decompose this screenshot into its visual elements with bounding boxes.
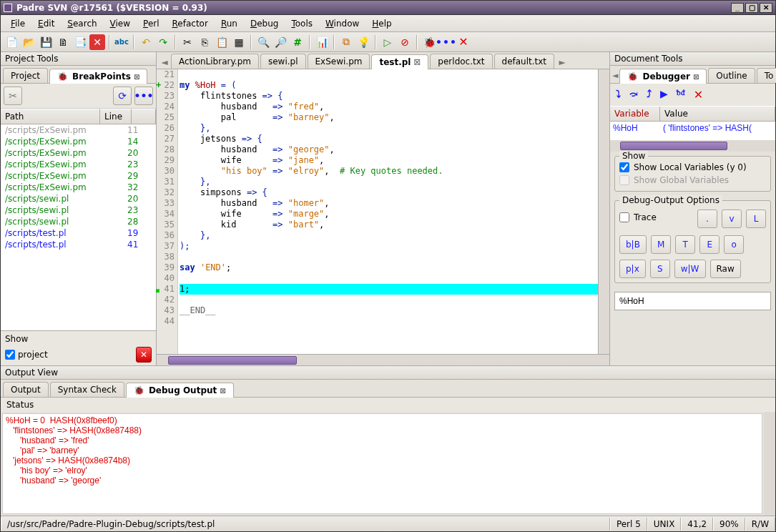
menu-refactor[interactable]: Refactor xyxy=(167,17,214,30)
minimize-button[interactable]: _ xyxy=(731,3,744,13)
debug-btn-E[interactable]: E xyxy=(699,235,719,254)
menu-window[interactable]: Window xyxy=(320,17,365,30)
breakpoint-row[interactable]: /scripts/ExSewi.pm29 xyxy=(1,170,156,182)
maximize-button[interactable]: ▢ xyxy=(745,3,758,13)
menu-search[interactable]: Search xyxy=(62,17,102,30)
col-line[interactable]: Line xyxy=(100,109,132,124)
editor-vscrollbar[interactable] xyxy=(598,69,609,354)
tabs-left-arrow[interactable]: ◄ xyxy=(612,68,618,83)
bookmark-icon[interactable]: ⧉ xyxy=(338,34,354,50)
cut-icon[interactable]: ✂ xyxy=(180,34,195,50)
breakpoint-row[interactable]: /scripts/ExSewi.pm20 xyxy=(1,147,156,159)
find-icon[interactable]: 🔍 xyxy=(255,34,271,50)
file-tab-default-txt[interactable]: default.txt xyxy=(494,54,555,69)
menu-run[interactable]: Run xyxy=(215,17,243,30)
debug-btn-T[interactable]: T xyxy=(675,235,695,254)
replace-icon[interactable]: 🔎 xyxy=(272,34,288,50)
scrollbar-thumb[interactable] xyxy=(168,356,297,365)
editor[interactable]: 2122232425262728293031323334353637383940… xyxy=(157,69,609,354)
save-as-icon[interactable]: 🗎 xyxy=(55,34,71,50)
tab-project[interactable]: Project xyxy=(3,68,48,83)
debug-btn-wW[interactable]: w|W xyxy=(674,260,706,278)
file-tab-perldoc-txt[interactable]: perldoc.txt xyxy=(430,54,492,69)
tab-breakpoints[interactable]: 🐞 BreakPoints ⊠ xyxy=(49,69,147,84)
col-variable[interactable]: Variable xyxy=(610,107,660,121)
close-icon[interactable]: ⊠ xyxy=(220,387,225,395)
output-tab-syntax-check[interactable]: Syntax Check xyxy=(50,382,124,397)
file-tab-test-pl[interactable]: test.pl ⊠ xyxy=(371,54,428,69)
trace-checkbox[interactable] xyxy=(619,212,629,222)
col-extra[interactable] xyxy=(132,109,156,124)
tab-outline[interactable]: Outline xyxy=(708,68,755,83)
close-icon[interactable]: ⊠ xyxy=(134,73,139,81)
tabs-left-arrow[interactable]: ◄ xyxy=(158,56,171,69)
debug-btn-v[interactable]: v xyxy=(722,210,742,228)
tab-extra[interactable]: To xyxy=(757,68,776,83)
breakpoint-row[interactable]: /scripts/sewi.pl28 xyxy=(1,216,156,227)
debug-btn-L[interactable]: L xyxy=(746,210,766,228)
refresh-button[interactable]: ⟳ xyxy=(113,87,132,105)
output-tab-output[interactable]: Output xyxy=(3,382,49,397)
menu-view[interactable]: View xyxy=(104,17,136,30)
breakpoint-row[interactable]: /scripts/ExSewi.pm23 xyxy=(1,159,156,170)
variable-row[interactable]: %HoH ( 'flintstones' => HASH( xyxy=(610,122,775,140)
code-area[interactable]: my %HoH = ( flintstones => { husband => … xyxy=(178,69,598,354)
col-value[interactable]: Value xyxy=(660,107,775,121)
run-icon[interactable]: ▶ xyxy=(660,88,668,102)
file-tab-ExSewi-pm[interactable]: ExSewi.pm xyxy=(308,54,370,69)
file-tab-ActionLibrary-pm[interactable]: ActionLibrary.pm xyxy=(171,54,259,69)
spellcheck-icon[interactable]: abc xyxy=(114,34,129,50)
undo-icon[interactable]: ↶ xyxy=(138,34,154,50)
breakpoint-row[interactable]: /scripts/sewi.pl20 xyxy=(1,193,156,205)
dots-button[interactable]: ••• xyxy=(134,87,153,105)
show-value-icon[interactable]: ᵬᵭ xyxy=(677,88,685,102)
debug-btn-bB[interactable]: b|B xyxy=(619,235,647,254)
output-tab-debug-output[interactable]: 🐞 Debug Output ⊠ xyxy=(126,383,234,398)
close-button[interactable]: ✕ xyxy=(760,3,772,13)
trace-row[interactable]: Trace .vL xyxy=(619,205,766,230)
col-path[interactable]: Path xyxy=(1,109,100,124)
debug-btn-Raw[interactable]: Raw xyxy=(710,260,741,278)
show-local-row[interactable]: Show Local Variables (y 0) xyxy=(619,161,766,174)
show-project-checkbox[interactable] xyxy=(5,350,15,360)
menu-debug[interactable]: Debug xyxy=(245,17,284,30)
menu-perl[interactable]: Perl xyxy=(137,17,164,30)
breakpoint-row[interactable]: /scripts/test.pl19 xyxy=(1,227,156,239)
close-file-icon[interactable]: ✕ xyxy=(89,34,105,50)
menu-edit[interactable]: Edit xyxy=(32,17,60,30)
panel-close-button[interactable]: ✕ xyxy=(136,347,152,363)
open-example-icon[interactable]: 📑 xyxy=(72,34,88,50)
breakpoint-row[interactable]: /scripts/test.pl41 xyxy=(1,239,156,250)
debug-btn-[interactable]: . xyxy=(697,210,717,228)
open-folder-icon[interactable]: 📂 xyxy=(21,34,36,50)
stop-icon[interactable]: ⊘ xyxy=(397,34,413,50)
select-all-icon[interactable]: ▦ xyxy=(231,34,247,50)
delete-bp-button[interactable]: ✂ xyxy=(4,87,22,105)
run-icon[interactable]: ▷ xyxy=(380,34,396,50)
save-icon[interactable]: 💾 xyxy=(38,34,54,50)
tabs-right-arrow[interactable]: ► xyxy=(556,56,569,69)
menu-file[interactable]: File xyxy=(5,17,31,30)
copy-icon[interactable]: ⎘ xyxy=(197,34,212,50)
quit-debug-icon[interactable]: ✕ xyxy=(694,88,703,102)
debug-icon[interactable]: 🐞 xyxy=(421,34,437,50)
close-icon[interactable]: ⊠ xyxy=(411,57,421,67)
step-over-icon[interactable]: ⤼ xyxy=(629,88,638,102)
scrollbar-thumb[interactable] xyxy=(620,142,727,150)
breakpoint-row[interactable]: /scripts/ExSewi.pm14 xyxy=(1,136,156,147)
debug-quit-icon[interactable]: ✕ xyxy=(456,34,471,50)
doc-stats-icon[interactable]: 📊 xyxy=(314,34,330,50)
new-file-icon[interactable]: 📄 xyxy=(4,34,19,50)
tab-debugger[interactable]: 🐞 Debugger ⊠ xyxy=(619,69,707,84)
step-out-icon[interactable]: ⤴ xyxy=(647,88,652,102)
comment-icon[interactable]: # xyxy=(290,34,305,50)
debug-btn-M[interactable]: M xyxy=(651,235,671,254)
debug-output-text[interactable]: %HoH = 0 HASH(0x8fbeef0) 'flintstones' =… xyxy=(2,413,762,514)
step-in-icon[interactable]: ⤵ xyxy=(616,88,621,102)
debug-btn-o[interactable]: o xyxy=(724,235,744,254)
close-icon[interactable]: ⊠ xyxy=(693,73,699,81)
tip-icon[interactable]: 💡 xyxy=(355,34,371,50)
debug-btn-S[interactable]: S xyxy=(650,260,670,278)
file-tab-sewi-pl[interactable]: sewi.pl xyxy=(260,54,306,69)
show-local-checkbox[interactable] xyxy=(619,162,629,172)
